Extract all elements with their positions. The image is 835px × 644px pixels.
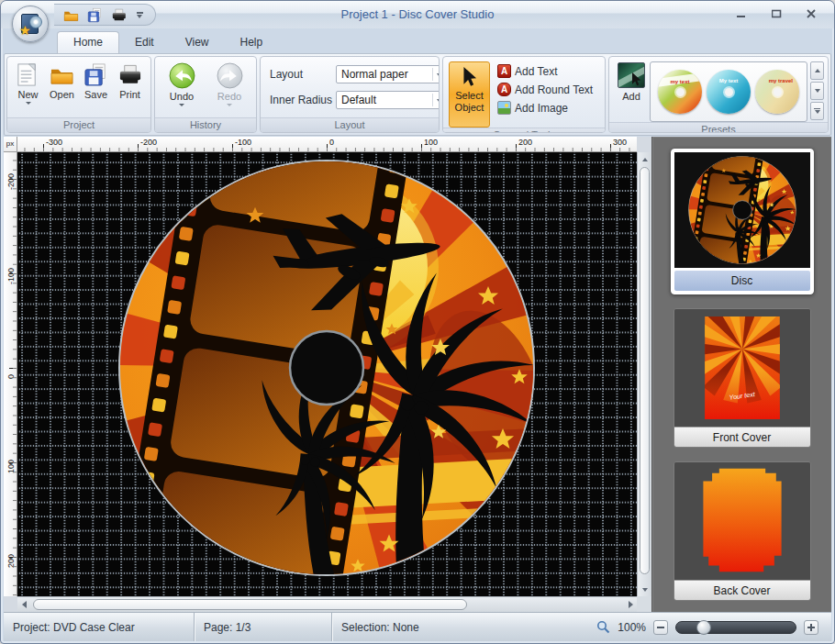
gallery-more-icon[interactable] [810,102,824,120]
tab-edit[interactable]: Edit [119,32,170,53]
tab-view[interactable]: View [170,32,225,53]
horizontal-scroll-thumb[interactable] [33,599,467,610]
group-presets-title: Presets [609,122,828,133]
back-cover-thumbnail [674,462,810,580]
zoom-level: 100% [618,621,646,634]
group-project: New Open Save Print Project [6,56,151,133]
page-label: Back Cover [674,580,810,600]
redo-button[interactable]: Redo [209,60,250,107]
page-label: Front Cover [674,427,810,447]
inner-radius-select[interactable]: Default [336,91,440,109]
horizontal-scrollbar[interactable] [17,596,637,612]
vertical-scroll-thumb[interactable] [640,167,650,574]
front-cover-thumbnail [674,309,810,427]
open-button[interactable]: Open [45,60,79,101]
workspace: px -300-200-1000100200300 -200-100010020… [4,137,651,612]
add-text-button[interactable]: A Add Text [497,63,593,79]
add-preset-button[interactable]: Add [613,60,650,102]
design-canvas[interactable] [17,152,637,596]
preset-disc-3[interactable]: my travel [755,70,799,114]
ruler-unit: px [4,137,17,152]
status-selection: Selection: None [332,613,596,641]
redo-icon [217,62,243,89]
v-ruler: -200-1000100200 [4,152,17,596]
zoom-in-button[interactable] [804,620,818,635]
zoom-out-button[interactable] [653,620,668,635]
group-history-title: History [155,117,256,132]
title-bar: Project 1 - Disc Cover Studio [1,1,834,28]
select-object-button[interactable]: Select Object [449,61,490,128]
add-round-text-icon: A [497,83,511,96]
tab-home[interactable]: Home [57,31,119,53]
group-project-title: Project [7,117,150,132]
add-round-text-button[interactable]: A Add Round Text [497,82,593,97]
add-image-icon [497,101,511,115]
cursor-icon [460,66,480,88]
undo-icon [169,62,195,89]
group-layout-title: Layout [261,117,439,132]
close-button[interactable] [801,6,821,21]
scroll-up-icon[interactable] [638,152,651,166]
gallery-scroll-up-icon[interactable] [810,61,824,80]
tab-help[interactable]: Help [225,32,279,53]
window-title: Project 1 - Disc Cover Studio [1,7,834,21]
status-page: Page: 1/3 [195,613,332,641]
ribbon: New Open Save Print Project [4,53,831,136]
open-icon [50,62,74,87]
group-presets: Add my text My text my travel Presets [608,56,829,133]
layout-select[interactable]: Normal paper [336,65,440,83]
save-icon [84,62,108,87]
zoom-slider-thumb[interactable] [696,620,711,635]
save-button[interactable]: Save [79,60,113,101]
layout-label: Layout [270,68,336,81]
vertical-scrollbar[interactable] [637,152,651,596]
disc-design[interactable] [117,159,536,577]
preset-disc-1[interactable]: my text [658,70,702,114]
status-project: Project: DVD Case Clear [4,613,195,641]
group-general-tools: Select Object A Add Text A Add Round Tex… [442,56,606,133]
group-layout: Layout Normal paper Inner Radius Default… [260,56,440,133]
add-image-button[interactable]: Add Image [497,100,593,116]
new-button[interactable]: New [11,60,45,105]
minimize-button[interactable] [731,6,752,21]
page-thumb-back-cover[interactable]: Back Cover [674,461,811,601]
gallery-scroll-down-icon[interactable] [810,82,824,100]
add-text-icon: A [497,64,511,78]
maximize-button[interactable] [766,6,786,21]
page-thumb-front-cover[interactable]: Front Cover [674,308,811,448]
page-label: Disc [674,271,810,291]
add-preset-icon [618,62,645,88]
presets-gallery: my text My text my travel [650,61,807,122]
group-history: Undo Redo History [154,56,257,133]
group-general-tools-title: General Tools [443,128,605,133]
zoom-slider[interactable] [675,621,796,634]
h-ruler: -300-200-1000100200300 [17,137,637,152]
app-window: Project 1 - Disc Cover Studio ★ Home Edi… [0,0,835,644]
preset-disc-2[interactable]: My text [707,70,751,114]
print-button[interactable]: Print [113,60,147,101]
disc-thumbnail [674,152,810,268]
undo-button[interactable]: Undo [161,60,202,107]
zoom-icon [596,620,610,634]
new-icon [16,62,40,87]
scroll-down-icon[interactable] [638,583,651,596]
scroll-right-icon[interactable] [623,597,637,612]
ribbon-tabs: Home Edit View Help [4,28,831,53]
status-bar: Project: DVD Case Clear Page: 1/3 Select… [4,612,831,641]
inner-radius-label: Inner Radius [270,94,336,106]
page-thumb-disc[interactable]: Disc [671,149,814,294]
pages-panel: Disc Front Cover Back Cover [651,137,831,612]
application-menu-button[interactable]: ★ [12,6,49,42]
scroll-left-icon[interactable] [17,597,31,612]
print-icon [117,62,142,87]
